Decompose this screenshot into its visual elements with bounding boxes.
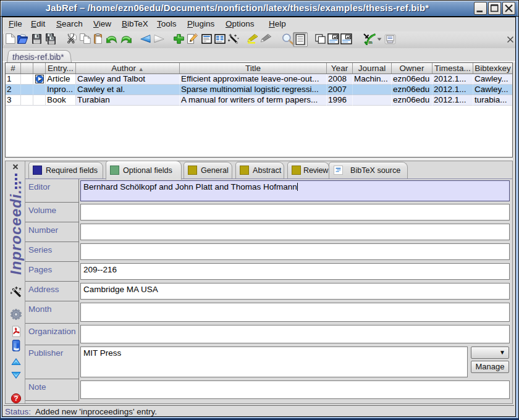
svg-text:m: m <box>369 40 373 44</box>
svg-text:?: ? <box>14 395 18 402</box>
